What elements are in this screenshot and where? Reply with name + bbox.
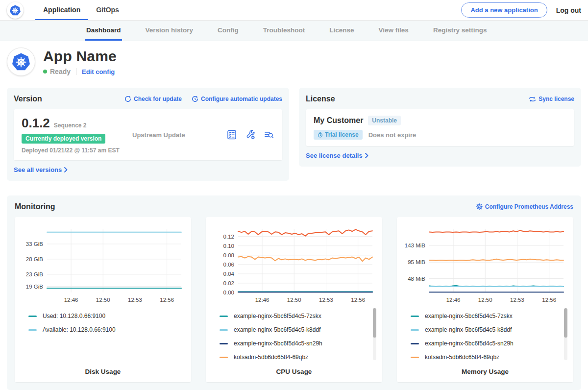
legend-scrollbar[interactable] [373, 308, 376, 360]
subnav-tab-license[interactable]: License [328, 21, 355, 41]
svg-text:12:46: 12:46 [64, 297, 78, 303]
svg-text:23 GiB: 23 GiB [26, 271, 43, 277]
monitoring-section: Monitoring Configure Prometheus Address … [7, 195, 581, 390]
license-panel: My Customer Unstable Trial license Does … [306, 109, 574, 146]
legend-item: Used: 10.128.0.66:9100 [28, 309, 177, 323]
sync-icon [529, 96, 536, 102]
legend-swatch [220, 357, 228, 358]
chart-title: Disk Usage [19, 363, 187, 382]
stopwatch-icon [318, 132, 323, 138]
version-number: 0.1.2 [22, 116, 50, 131]
legend-item: example-nginx-5bc6f5d4c5-sn29h [411, 337, 560, 350]
legend-scrollbar-thumb[interactable] [373, 308, 376, 338]
customer-name: My Customer [314, 116, 363, 125]
subnav-tab-dashboard[interactable]: Dashboard [85, 21, 122, 41]
kubernetes-logo[interactable] [7, 2, 24, 19]
logout-link[interactable]: Log out [556, 6, 581, 14]
see-license-details-link[interactable]: See license details [306, 152, 368, 159]
kubernetes-helm-icon [9, 4, 21, 16]
app-header: App Name Ready Edit config [0, 41, 588, 83]
auto-update-clock-icon [192, 96, 198, 102]
configure-automatic-updates-link[interactable]: Configure automatic updates [192, 96, 282, 102]
chart-legend: example-nginx-5bc6f5d4c5-7zskxexample-ng… [401, 306, 569, 363]
legend-swatch [220, 343, 228, 344]
legend-scrollbar-thumb[interactable] [564, 308, 567, 338]
legend-swatch [411, 343, 419, 344]
svg-text:0.06: 0.06 [223, 262, 234, 268]
svg-text:0.04: 0.04 [223, 271, 235, 277]
update-type-label: Upstream Update [132, 131, 185, 139]
legend-label: example-nginx-5bc6f5d4c5-k8ddf [425, 326, 512, 333]
svg-text:12:56: 12:56 [351, 297, 365, 303]
status-text: Ready [50, 68, 71, 75]
add-application-button[interactable]: Add a new application [461, 2, 547, 18]
legend-swatch [28, 316, 37, 317]
svg-text:0.02: 0.02 [223, 280, 234, 286]
legend-label: example-nginx-5bc6f5d4c5-sn29h [234, 340, 322, 347]
configure-prometheus-link[interactable]: Configure Prometheus Address [476, 203, 573, 210]
chart-title: CPU Usage [210, 363, 378, 382]
svg-text:12:53: 12:53 [128, 297, 142, 303]
channel-badge: Unstable [368, 116, 401, 125]
sequence-label: Sequence 2 [54, 122, 87, 129]
topnav-tab-gitops[interactable]: GitOps [88, 0, 127, 20]
svg-text:12:53: 12:53 [510, 297, 524, 303]
svg-text:143 MiB: 143 MiB [405, 243, 426, 248]
legend-item: kotsadm-5db6dc6584-69qbz [411, 350, 560, 363]
svg-text:12:56: 12:56 [542, 297, 556, 303]
svg-text:12:50: 12:50 [478, 297, 492, 303]
legend-item: example-nginx-5bc6f5d4c5-7zskx [220, 309, 368, 323]
legend-label: example-nginx-5bc6f5d4c5-k8ddf [234, 326, 320, 333]
app-avatar [7, 48, 35, 76]
subnav-tab-view-files[interactable]: View files [378, 21, 410, 41]
kubernetes-helm-icon [11, 52, 31, 72]
current-version-panel: 0.1.2 Sequence 2 Currently deployed vers… [14, 109, 282, 160]
subnav-tab-config[interactable]: Config [217, 21, 240, 41]
svg-text:95 MiB: 95 MiB [408, 259, 425, 265]
chart-legend: example-nginx-5bc6f5d4c5-7zskxexample-ng… [210, 306, 378, 363]
license-card-title: License [306, 95, 335, 103]
check-for-update-link[interactable]: Check for update [124, 96, 182, 102]
disk-usage-card: 19 GiB23 GiB28 GiB33 GiB12:4612:5012:531… [15, 217, 191, 382]
legend-swatch [220, 329, 228, 331]
preflight-checks-icon[interactable] [226, 129, 237, 140]
sync-license-link[interactable]: Sync license [529, 96, 574, 102]
legend-item: example-nginx-5bc6f5d4c5-sn29h [220, 337, 368, 350]
subnav-tab-version-history[interactable]: Version history [145, 21, 195, 41]
cards-row: Version Check for update Configure au [0, 83, 588, 181]
legend-label: Available: 10.128.0.66:9100 [43, 326, 116, 333]
version-card-title: Version [14, 95, 42, 103]
legend-item: Available: 10.128.0.66:9100 [28, 323, 177, 337]
topnav-tab-application[interactable]: Application [35, 0, 88, 20]
deploy-logs-icon[interactable] [264, 129, 274, 140]
legend-item: kotsadm-5db6dc6584-69qbz [220, 350, 368, 363]
legend-label: example-nginx-5bc6f5d4c5-7zskx [234, 313, 321, 319]
legend-swatch [411, 316, 419, 317]
memory-usage-chart: 48 MiB95 MiB143 MiB12:4612:5012:5312:56 [401, 222, 569, 306]
see-all-versions-link[interactable]: See all versions [14, 166, 68, 173]
disk-usage-chart: 19 GiB23 GiB28 GiB33 GiB12:4612:5012:531… [19, 222, 187, 306]
gear-icon [476, 203, 483, 210]
svg-text:19 GiB: 19 GiB [26, 284, 43, 290]
subnav-tab-troubleshoot[interactable]: Troubleshoot [262, 21, 306, 41]
svg-text:0.08: 0.08 [223, 252, 234, 258]
chevron-right-icon [365, 153, 368, 158]
legend-label: kotsadm-5db6dc6584-69qbz [425, 354, 499, 361]
edit-config-link[interactable]: Edit config [82, 68, 115, 75]
legend-label: example-nginx-5bc6f5d4c5-7zskx [425, 313, 513, 319]
app-sub-nav: DashboardVersion historyConfigTroublesho… [0, 21, 588, 41]
expiry-text: Does not expire [368, 131, 416, 139]
legend-scrollbar[interactable] [564, 308, 567, 360]
config-wrench-icon[interactable] [245, 129, 256, 140]
svg-text:33 GiB: 33 GiB [26, 241, 43, 247]
cpu-usage-card: 0.000.020.040.060.080.100.1212:4612:5012… [206, 217, 382, 382]
legend-label: example-nginx-5bc6f5d4c5-sn29h [425, 340, 514, 347]
memory-usage-card: 48 MiB95 MiB143 MiB12:4612:5012:5312:56e… [397, 217, 573, 382]
legend-swatch [28, 329, 37, 331]
license-card: License Sync license My Customer Unstabl… [299, 88, 581, 167]
subnav-tab-registry-settings[interactable]: Registry settings [432, 21, 488, 41]
version-card: Version Check for update Configure au [7, 88, 289, 181]
svg-text:0.00: 0.00 [223, 290, 234, 295]
legend-swatch [411, 357, 419, 358]
page-title: App Name [43, 48, 117, 65]
